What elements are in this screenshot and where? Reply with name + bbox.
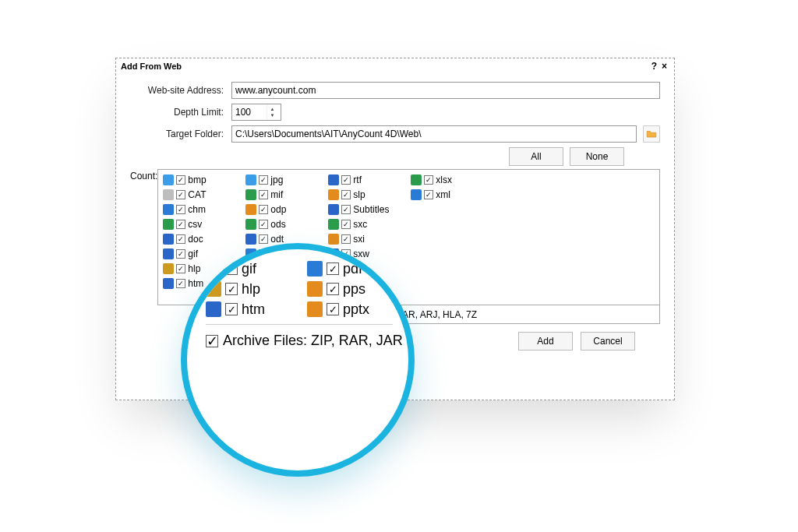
filetype-checkbox[interactable]: ✓ [176, 249, 185, 259]
target-label: Target Folder: [130, 129, 231, 139]
file-icon [411, 174, 422, 185]
filetype-checkbox[interactable]: ✓ [341, 175, 351, 185]
filetype-checkbox[interactable]: ✓ [225, 283, 238, 295]
file-icon [245, 204, 256, 215]
select-none-button[interactable]: None [570, 147, 624, 166]
filetype-label: htm [188, 278, 203, 289]
zoom-item-pptx: ✓pptx [307, 299, 399, 319]
target-folder-input[interactable] [231, 125, 637, 143]
filetype-checkbox[interactable]: ✓ [327, 283, 339, 295]
file-icon [163, 278, 174, 289]
filetype-checkbox[interactable]: ✓ [424, 190, 433, 199]
file-icon [328, 234, 339, 245]
titlebar: Add From Web ? × [116, 58, 674, 74]
filetype-item-jpg[interactable]: ✓jpg [245, 173, 320, 186]
website-input[interactable] [231, 82, 660, 99]
select-all-button[interactable]: All [509, 147, 563, 166]
filetype-item-doc[interactable]: ✓doc [163, 232, 238, 245]
filetype-checkbox[interactable]: ✓ [259, 220, 268, 229]
filetype-checkbox[interactable]: ✓ [341, 234, 351, 244]
filetype-label: mif [270, 189, 283, 200]
file-icon [206, 281, 221, 297]
filetype-checkbox[interactable]: ✓ [176, 234, 185, 244]
spin-down-icon[interactable]: ▼ [267, 112, 277, 118]
magnifier-lens: ✓gif✓hlp✓htm ✓pdf✓pps✓pptx ✓ Archive Fil… [181, 243, 415, 477]
filetype-checkbox[interactable]: ✓ [327, 262, 339, 275]
file-icon [163, 204, 174, 215]
cancel-button[interactable]: Cancel [581, 332, 635, 351]
file-icon [328, 204, 339, 215]
filetype-checkbox[interactable]: ✓ [176, 205, 185, 214]
filetype-item-slp[interactable]: ✓slp [328, 188, 403, 201]
filetype-checkbox[interactable]: ✓ [176, 279, 185, 288]
filetype-item-odp[interactable]: ✓odp [245, 203, 320, 216]
filetype-item-cat[interactable]: ✓CAT [163, 188, 238, 201]
filetype-item-gif[interactable]: ✓gif [163, 247, 238, 260]
file-icon [328, 174, 339, 185]
filetype-checkbox[interactable]: ✓ [259, 234, 268, 244]
filetype-checkbox[interactable]: ✓ [341, 220, 351, 229]
filetype-checkbox[interactable]: ✓ [259, 205, 268, 214]
add-button[interactable]: Add [518, 332, 573, 351]
filetype-item-sxc[interactable]: ✓sxc [328, 217, 403, 231]
filetype-item-csv[interactable]: ✓csv [163, 217, 238, 231]
close-button[interactable]: × [659, 61, 669, 72]
depth-input[interactable] [232, 105, 267, 119]
file-icon [163, 248, 174, 259]
dialog-title: Add From Web [121, 62, 182, 71]
filetype-checkbox[interactable]: ✓ [259, 190, 268, 199]
filetype-checkbox[interactable]: ✓ [176, 175, 185, 185]
file-icon [163, 189, 174, 200]
zoom-item-htm: ✓htm [206, 299, 298, 319]
filetype-checkbox[interactable]: ✓ [424, 175, 433, 185]
filetype-checkbox[interactable]: ✓ [176, 220, 185, 229]
filetype-checkbox[interactable]: ✓ [341, 205, 351, 214]
filetype-checkbox[interactable]: ✓ [176, 190, 185, 199]
filetype-label: ods [270, 219, 285, 230]
filetype-item-rtf[interactable]: ✓rtf [328, 173, 403, 186]
filetype-item-subtitles[interactable]: ✓Subtitles [328, 203, 403, 216]
filetype-label: pdf [343, 261, 362, 277]
filetype-label: csv [188, 219, 202, 230]
file-icon [307, 281, 323, 297]
filetype-label: doc [188, 234, 203, 245]
filetype-checkbox[interactable]: ✓ [259, 175, 268, 185]
browse-folder-button[interactable] [643, 125, 660, 143]
file-icon [206, 301, 221, 317]
filetype-item-chm[interactable]: ✓chm [163, 203, 238, 216]
file-icon [245, 234, 256, 245]
file-icon [307, 301, 323, 317]
help-button[interactable]: ? [649, 61, 659, 72]
depth-spinner[interactable]: ▲ ▼ [231, 104, 281, 121]
filetype-label: slp [353, 189, 365, 200]
filetype-checkbox[interactable]: ✓ [176, 264, 185, 273]
zoom-item-pps: ✓pps [307, 279, 399, 299]
filetype-label: hlp [242, 281, 260, 298]
zoom-archive-checkbox[interactable]: ✓ [206, 335, 218, 347]
filetype-item-ods[interactable]: ✓ods [245, 217, 320, 231]
file-icon [245, 219, 256, 230]
zoom-item-hlp: ✓hlp [206, 279, 298, 299]
filetype-label: sxc [353, 219, 367, 230]
filetype-label: sxw [353, 248, 369, 259]
file-icon [307, 261, 323, 277]
filetype-label: xml [436, 189, 450, 200]
folder-icon [646, 129, 657, 139]
file-icon [328, 219, 339, 230]
filetype-checkbox[interactable]: ✓ [327, 303, 339, 315]
filetype-checkbox[interactable]: ✓ [341, 190, 351, 199]
filetype-item-xlsx[interactable]: ✓xlsx [411, 173, 486, 186]
filetype-item-xml[interactable]: ✓xml [411, 188, 486, 201]
website-label: Web-site Address: [130, 85, 231, 96]
filetype-label: odp [270, 204, 286, 215]
filetype-label: chm [188, 204, 206, 215]
depth-label: Depth Limit: [130, 107, 231, 118]
filetype-item-sxi[interactable]: ✓sxi [328, 232, 403, 245]
filetype-label: htm [242, 301, 265, 318]
filetype-item-bmp[interactable]: ✓bmp [163, 173, 238, 186]
file-icon [163, 174, 174, 185]
filetype-label: odt [270, 234, 284, 245]
spin-up-icon[interactable]: ▲ [267, 106, 277, 112]
filetype-checkbox[interactable]: ✓ [225, 303, 238, 315]
filetype-item-mif[interactable]: ✓mif [245, 188, 320, 201]
